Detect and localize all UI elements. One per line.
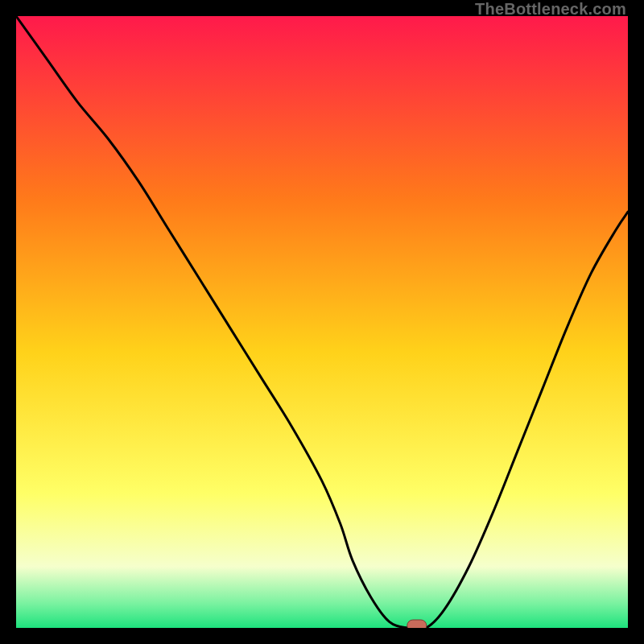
plot-area — [16, 16, 628, 628]
chart-svg — [16, 16, 628, 628]
watermark-text: TheBottleneck.com — [475, 0, 626, 19]
chart-frame: TheBottleneck.com — [0, 0, 644, 644]
optimum-marker — [407, 620, 427, 628]
bottleneck-curve — [16, 16, 628, 628]
